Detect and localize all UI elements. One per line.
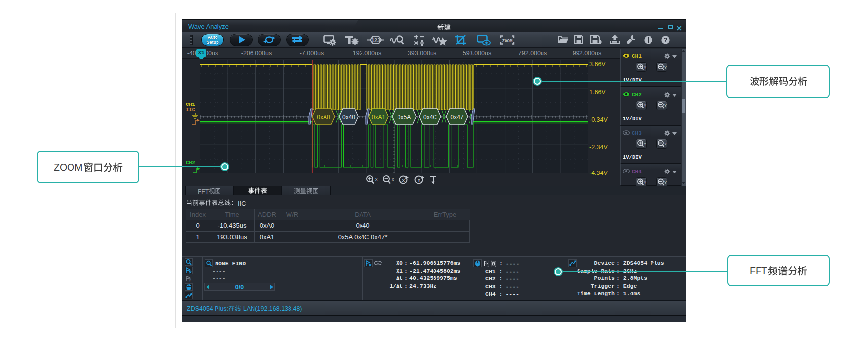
svg-text:Y: Y <box>189 279 191 282</box>
svg-text:Y: Y <box>644 65 646 69</box>
svg-text:0x47: 0x47 <box>450 114 463 121</box>
svg-text:Y: Y <box>664 142 667 146</box>
svg-text:0xA0: 0xA0 <box>317 114 330 121</box>
svg-text:Y: Y <box>664 180 667 185</box>
svg-text:0x5A: 0x5A <box>398 114 411 121</box>
svg-text:ZOOM: ZOOM <box>502 39 513 44</box>
svg-text:x: x <box>402 177 405 183</box>
svg-text:0x40: 0x40 <box>342 114 355 121</box>
svg-text:Y: Y <box>644 142 646 146</box>
svg-text:Y: Y <box>417 177 421 183</box>
svg-text:Y: Y <box>644 180 646 185</box>
svg-text:123: 123 <box>371 37 380 43</box>
svg-text:0xA1: 0xA1 <box>372 114 386 121</box>
svg-text:0x4C: 0x4C <box>423 114 437 121</box>
svg-text:?: ? <box>664 37 668 44</box>
svg-text:x: x <box>392 177 394 182</box>
svg-text:Y: Y <box>644 104 646 108</box>
svg-text:Y: Y <box>664 104 667 108</box>
svg-text:Y: Y <box>664 65 667 69</box>
svg-text:x: x <box>375 177 378 182</box>
